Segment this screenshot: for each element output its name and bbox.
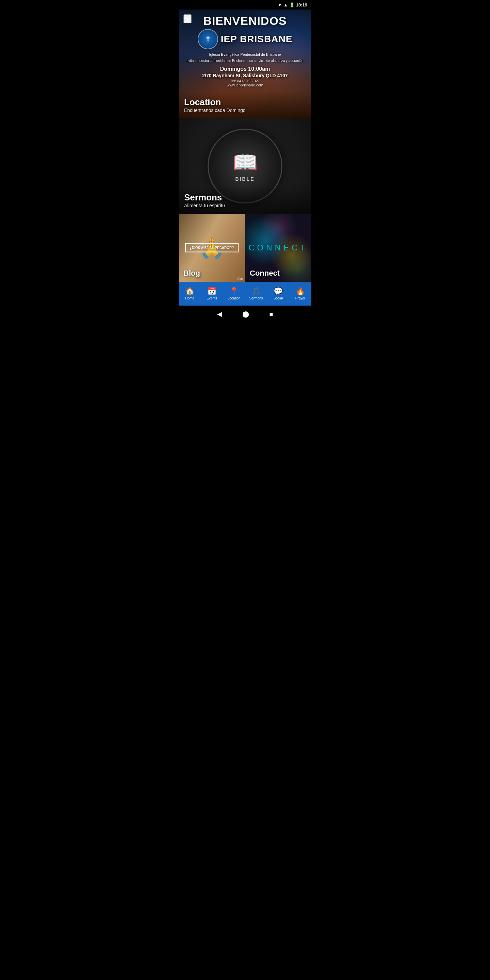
home-label: Home xyxy=(185,296,194,300)
connect-text: CONNECT xyxy=(248,243,308,253)
location-subtitle: Encuentranos cada Domingo xyxy=(184,108,306,113)
bottom-nav: 🏠 Home 📅 Events 📍 Location 🎵 Sermons 💬 S… xyxy=(179,282,311,305)
sermons-subtitle: Aliménta tu espíritu xyxy=(184,203,306,208)
wifi-icon: ▼ xyxy=(278,2,282,8)
nav-sermons[interactable]: 🎵 Sermons xyxy=(245,282,267,305)
sermons-overlay: Sermons Aliménta tu espíritu xyxy=(179,187,311,214)
back-button[interactable]: ◀ xyxy=(217,310,222,318)
location-icon: 📍 xyxy=(229,288,239,295)
bible-label: BIBLE xyxy=(235,176,255,182)
home-icon: 🏠 xyxy=(185,288,194,295)
time: 10:19 xyxy=(296,2,307,8)
nav-prayer[interactable]: 🔥 Prayer xyxy=(289,282,311,305)
hero-logo-row: ✝ IEP BRISBANE xyxy=(184,29,306,49)
blog-card[interactable]: 🙏 ¿DIOS AMA AL PECADOR? Blog @IE xyxy=(179,214,245,282)
nav-events[interactable]: 📅 Events xyxy=(201,282,223,305)
status-bar: ▼ ▲ 🔋 10:19 xyxy=(179,0,311,10)
sermons-title: Sermons xyxy=(184,192,306,203)
bible-icon: 📖 xyxy=(232,150,258,175)
cards-grid: 🙏 ¿DIOS AMA AL PECADOR? Blog @IE CONNECT… xyxy=(179,214,311,282)
hero-invite-text: nvita a nuestra comunidad en Brisbane a … xyxy=(184,59,306,63)
hero-banner[interactable]: ☰ BIENVENIDOS ✝ IEP BRISBANE Iglesia Eva… xyxy=(179,10,311,118)
hero-tel: Tel: 0413 755 027 xyxy=(184,79,306,83)
nav-home[interactable]: 🏠 Home xyxy=(179,282,201,305)
battery-icon: 🔋 xyxy=(289,2,295,8)
location-overlay[interactable]: Location Encuentranos cada Domingo xyxy=(179,92,311,118)
blog-badge: ¿DIOS AMA AL PECADOR? xyxy=(185,243,239,253)
signal-icon: ▲ xyxy=(283,2,288,8)
church-subtitle: Iglesia Evangélica Pentecostal de Brisba… xyxy=(184,52,306,57)
events-icon: 📅 xyxy=(207,288,216,295)
sermons-section[interactable]: 📖 BIBLE Sermons Aliménta tu espíritu xyxy=(179,118,311,214)
social-icon: 💬 xyxy=(274,288,283,295)
location-title: Location xyxy=(184,97,306,108)
connect-card[interactable]: CONNECT Connect xyxy=(245,214,311,282)
church-name: IEP BRISBANE xyxy=(221,34,293,45)
sermons-icon: 🎵 xyxy=(251,288,261,295)
nav-social[interactable]: 💬 Social xyxy=(267,282,289,305)
prayer-label: Prayer xyxy=(295,296,305,300)
sys-nav: ◀ ⬤ ■ xyxy=(179,305,311,323)
nav-location[interactable]: 📍 Location xyxy=(223,282,245,305)
hero-address: 2/70 Raynham St, Salisbury QLD 4107 xyxy=(184,73,306,78)
home-button[interactable]: ⬤ xyxy=(242,310,249,318)
prayer-icon: 🔥 xyxy=(296,288,305,295)
blog-credit: @IE xyxy=(237,277,243,280)
hero-schedule: Domingos 10:00am xyxy=(184,66,306,72)
recent-button[interactable]: ■ xyxy=(269,311,273,318)
events-label: Events xyxy=(207,296,217,300)
bible-inner: 📖 BIBLE xyxy=(232,150,258,182)
hero-web: www.iepbrisbane.com xyxy=(184,83,306,87)
sermons-nav-label: Sermons xyxy=(249,296,263,300)
cross-icon: ✝ xyxy=(205,35,211,43)
blog-label: Blog xyxy=(183,269,200,278)
location-label: Location xyxy=(228,296,240,300)
hero-content: BIENVENIDOS ✝ IEP BRISBANE Iglesia Evang… xyxy=(179,10,311,95)
connect-label: Connect xyxy=(250,269,280,278)
hero-title: BIENVENIDOS xyxy=(184,14,306,27)
church-logo: ✝ xyxy=(198,29,218,49)
hamburger-button[interactable]: ☰ xyxy=(183,14,192,23)
status-icons: ▼ ▲ 🔋 10:19 xyxy=(278,2,307,8)
social-label: Social xyxy=(274,296,283,300)
